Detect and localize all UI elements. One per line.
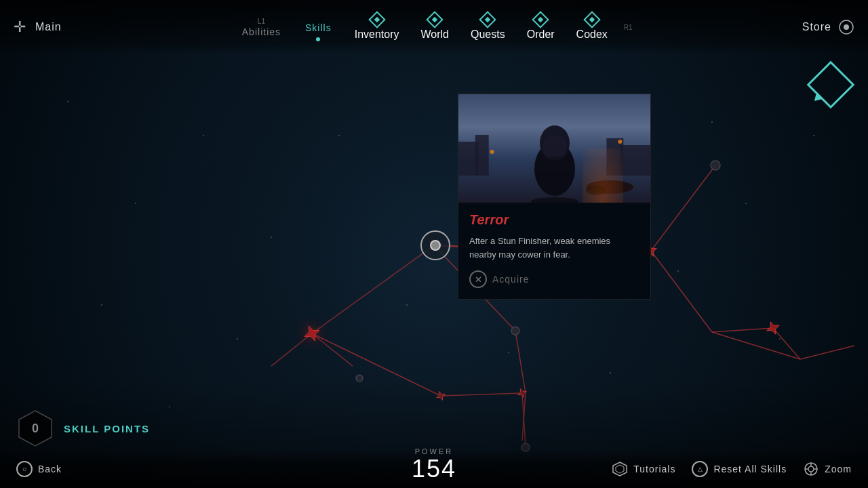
- tutorials-icon: [612, 461, 628, 477]
- reset-skills-label: Reset All Skills: [713, 464, 787, 474]
- tutorials-label: Tutorials: [633, 464, 675, 474]
- crosshair-icon: ✛: [14, 18, 26, 36]
- nav-right: Store: [802, 19, 854, 35]
- quests-diamond-icon: [479, 11, 496, 28]
- nav-center: L1 Abilities Skills Inventory World: [231, 9, 633, 45]
- scene-enemies: [583, 170, 637, 197]
- zoom-label: Zoom: [825, 464, 852, 474]
- svg-marker-14: [613, 462, 627, 476]
- skill-points-label: SKILL POINTS: [64, 423, 150, 434]
- nav-item-quests[interactable]: Quests: [461, 9, 515, 45]
- map-indicator: [814, 68, 848, 102]
- skill-popup-image: [458, 94, 650, 203]
- world-label: World: [421, 28, 450, 41]
- r1-shortcut: R1: [624, 24, 633, 31]
- order-label: Order: [527, 28, 555, 41]
- svg-point-1: [844, 24, 849, 30]
- abilities-label: Abilities: [242, 26, 281, 37]
- acquire-label: Acquire: [492, 274, 529, 285]
- nav-item-order[interactable]: Order: [517, 9, 564, 45]
- codex-label: Codex: [576, 28, 608, 41]
- main-nav-label[interactable]: Main: [35, 21, 62, 33]
- reset-skills-action[interactable]: △ Reset All Skills: [692, 461, 787, 477]
- svg-point-7: [618, 140, 622, 144]
- nav-item-codex[interactable]: Codex: [567, 9, 617, 45]
- nav-item-abilities[interactable]: L1 Abilities: [231, 12, 292, 43]
- nav-left: ✛ Main: [14, 18, 62, 36]
- top-navigation: ✛ Main L1 Abilities Skills Inventory Wor…: [0, 0, 868, 54]
- map-diamond-icon: [807, 61, 855, 109]
- store-label[interactable]: Store: [802, 21, 831, 33]
- bottom-right-actions: Tutorials △ Reset All Skills Zoom: [612, 461, 852, 477]
- svg-point-12: [586, 186, 606, 195]
- abilities-shortcut: L1: [258, 18, 265, 25]
- skill-popup: Terror After a Stun Finisher, weak enemi…: [458, 94, 651, 300]
- center-skill-node[interactable]: [420, 230, 450, 260]
- zoom-action[interactable]: Zoom: [803, 461, 852, 477]
- svg-point-17: [808, 466, 814, 472]
- store-icon: [838, 19, 854, 35]
- codex-diamond-icon: [583, 11, 600, 28]
- skill-points-hexagon: 0: [16, 409, 54, 447]
- nav-item-world[interactable]: World: [412, 9, 459, 45]
- nav-item-inventory[interactable]: Inventory: [345, 9, 409, 45]
- skill-name: Terror: [469, 212, 639, 228]
- world-diamond-icon: [427, 11, 443, 28]
- svg-rect-3: [475, 135, 489, 176]
- triangle-btn: △: [692, 461, 708, 477]
- inventory-diamond-icon: [368, 11, 385, 28]
- quests-label: Quests: [471, 28, 505, 41]
- skill-points-area: 0 SKILL POINTS: [16, 409, 150, 447]
- back-label: Back: [38, 464, 62, 474]
- zoom-icon: [803, 461, 819, 477]
- power-display: POWER 154: [412, 447, 456, 483]
- svg-point-10: [531, 197, 578, 203]
- back-action[interactable]: ○ Back: [16, 461, 62, 477]
- skill-description: After a Stun Finisher, weak enemies near…: [469, 235, 639, 261]
- skill-points-value: 0: [32, 422, 39, 436]
- svg-marker-15: [616, 465, 624, 473]
- order-diamond-icon: [532, 11, 549, 28]
- skills-label: Skills: [305, 22, 332, 33]
- circle-btn-back: ○: [16, 461, 33, 477]
- skill-scene: [458, 94, 650, 203]
- acquire-button[interactable]: ✕ Acquire: [469, 270, 639, 288]
- nav-item-skills[interactable]: Skills: [294, 16, 342, 39]
- svg-point-6: [490, 150, 494, 154]
- bottom-bar: ○ Back POWER 154 Tutorials △ Reset All S…: [0, 450, 868, 488]
- tutorials-action[interactable]: Tutorials: [612, 461, 675, 477]
- skill-popup-content: Terror After a Stun Finisher, weak enemi…: [458, 203, 650, 299]
- x-button-icon: ✕: [469, 270, 487, 288]
- inventory-label: Inventory: [355, 28, 399, 41]
- power-value: 154: [412, 455, 456, 483]
